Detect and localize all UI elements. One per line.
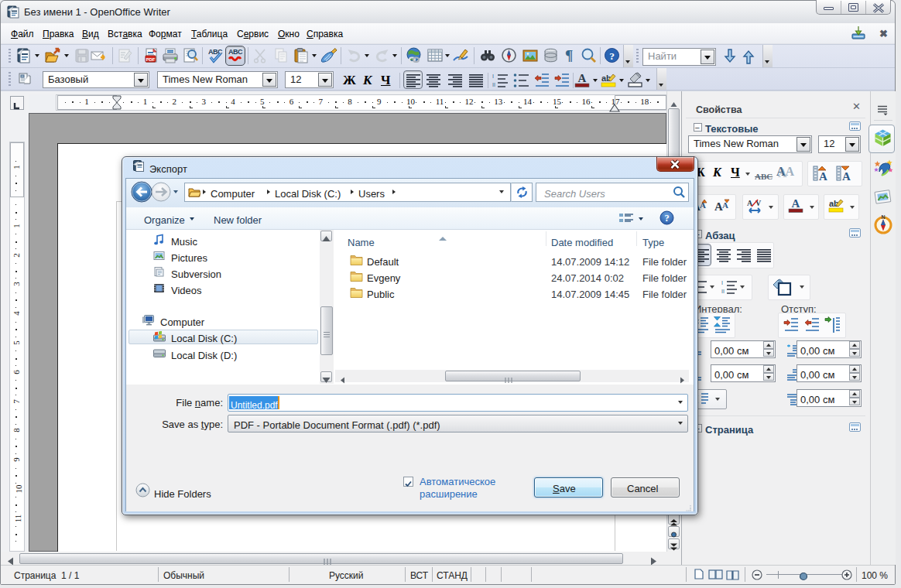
- svg-text:¶: ¶: [565, 47, 573, 63]
- svg-text:А: А: [792, 197, 800, 210]
- svg-text:?: ?: [664, 213, 669, 224]
- svg-text:V: V: [755, 199, 762, 207]
- svg-text:А: А: [578, 72, 587, 84]
- svg-text:А: А: [842, 170, 851, 183]
- svg-text:?: ?: [609, 50, 615, 62]
- svg-text:I: I: [492, 74, 494, 79]
- svg-text:I: I: [721, 280, 723, 285]
- svg-text:ABC: ABC: [228, 48, 243, 56]
- svg-text:II: II: [492, 82, 495, 87]
- svg-text:PDF: PDF: [146, 57, 156, 62]
- svg-text:А: А: [819, 170, 827, 183]
- svg-text:N: N: [881, 214, 885, 220]
- svg-text:II: II: [721, 289, 725, 294]
